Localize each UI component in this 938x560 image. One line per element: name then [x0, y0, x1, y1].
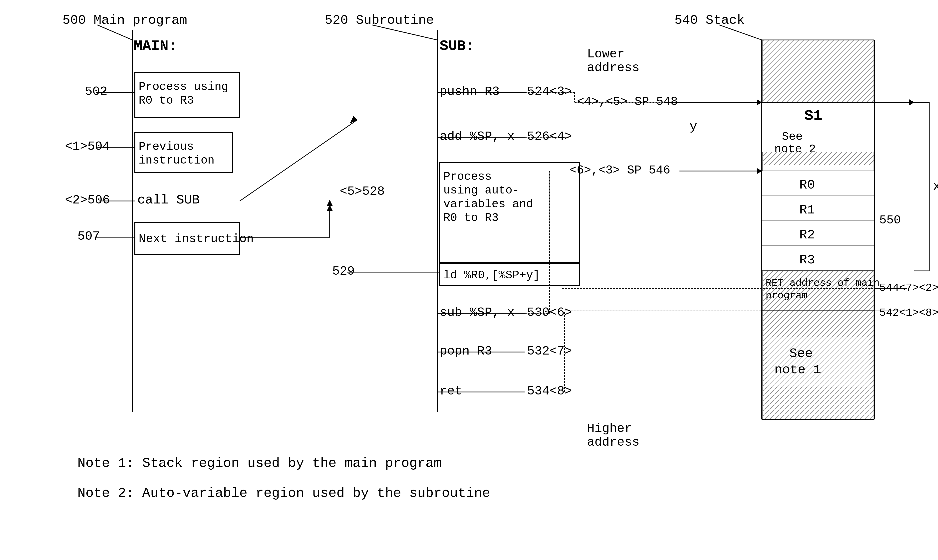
- higher-addr-label2: address: [587, 435, 639, 449]
- r2-label: R2: [799, 228, 815, 242]
- addr-504: <1>504: [65, 139, 110, 154]
- r3-label: R3: [799, 253, 815, 268]
- r1-label: R1: [799, 203, 815, 217]
- addr-550: 550: [879, 214, 901, 227]
- addr-542: 542<1><8>SP: [879, 306, 938, 319]
- y-label: y: [690, 119, 697, 134]
- process-auto-line3: variables and: [444, 198, 533, 211]
- diagram: 500 Main program MAIN: 502 Process using…: [0, 0, 938, 560]
- addr-507: 507: [77, 229, 100, 243]
- pushn-r3: pushn R3: [440, 85, 500, 98]
- add-sp-x: add %SP, x: [440, 129, 514, 143]
- svg-rect-36: [762, 152, 874, 165]
- popn-r3: popn R3: [440, 344, 492, 358]
- note1-text: Note 1: Stack region used by the main pr…: [77, 455, 442, 471]
- sp-546-label: <6>,<3> SP 546: [570, 163, 670, 177]
- process-auto-line2: using auto-: [444, 184, 519, 197]
- x-bytes-label: x bytes: [933, 179, 938, 194]
- lower-addr-label: Lower: [587, 47, 624, 61]
- main-program-label: 500 Main program: [62, 13, 187, 28]
- sub-sp-x: sub %SP, x: [440, 305, 514, 320]
- r0-label: R0: [799, 178, 815, 192]
- process-r0-r3-line2: R0 to R3: [139, 94, 194, 107]
- addr-532: 532<7>: [527, 344, 572, 358]
- main-label: MAIN:: [134, 38, 177, 54]
- ret-addr-line2: program: [765, 290, 808, 302]
- ret-addr-line1: RET address of main: [765, 278, 879, 289]
- addr-526: 526<4>: [527, 129, 572, 143]
- subroutine-label: 520 Subroutine: [325, 13, 434, 28]
- stack-label-top: 540 Stack: [675, 13, 745, 28]
- see-note2-line1: See: [782, 130, 802, 143]
- addr-524: 524<3>: [527, 85, 572, 98]
- addr-502: 502: [85, 85, 108, 98]
- addr-528: <5>528: [340, 184, 385, 198]
- addr-529: 529: [332, 264, 355, 278]
- call-sub: call SUB: [137, 193, 200, 208]
- next-instr: Next instruction: [139, 232, 254, 246]
- process-auto-line1: Process: [444, 170, 491, 183]
- ld-r0-sp-y: ld %R0,[%SP+y]: [444, 269, 540, 282]
- see-note1-line2: note 1: [775, 363, 821, 377]
- addr-506: <2>506: [65, 193, 110, 207]
- process-r0-r3-line1: Process using: [139, 80, 228, 93]
- higher-addr-label: Higher: [587, 422, 632, 436]
- svg-rect-40: [762, 171, 874, 196]
- ret: ret: [440, 384, 462, 398]
- svg-rect-55: [767, 337, 869, 387]
- svg-rect-32: [762, 40, 874, 102]
- sp-548-label: <4>,<5> SP 548: [577, 95, 678, 108]
- svg-rect-42: [762, 196, 874, 221]
- process-auto-line4: R0 to R3: [444, 211, 499, 225]
- s1-label: S1: [804, 107, 822, 124]
- svg-rect-46: [762, 246, 874, 271]
- see-note1-line1: See: [789, 346, 813, 361]
- addr-534: 534<8>: [527, 384, 572, 398]
- prev-instr-line1: Previous: [139, 140, 194, 153]
- sub-label: SUB:: [440, 38, 474, 54]
- prev-instr-line2: instruction: [139, 154, 214, 167]
- svg-rect-44: [762, 221, 874, 246]
- lower-addr-label2: address: [587, 61, 639, 75]
- addr-544: 544<7><2>SP: [879, 282, 938, 294]
- note2-text: Note 2: Auto-variable region used by the…: [77, 486, 490, 501]
